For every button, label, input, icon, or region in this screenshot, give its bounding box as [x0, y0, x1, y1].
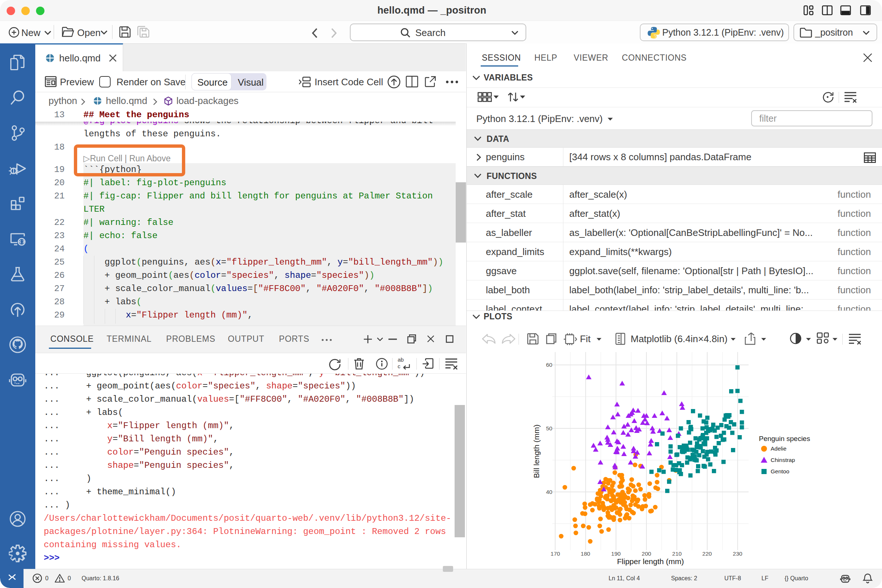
svg-text:Chinstrap: Chinstrap [771, 457, 795, 463]
svg-text:Adelie: Adelie [771, 446, 786, 452]
svg-text:200: 200 [642, 550, 651, 557]
svg-text:190: 190 [611, 550, 621, 557]
svg-text:40: 40 [546, 489, 553, 495]
svg-text:Penguin species: Penguin species [759, 435, 810, 442]
svg-text:Bill length (mm): Bill length (mm) [532, 424, 541, 478]
svg-text:220: 220 [702, 550, 712, 557]
svg-text:Gentoo: Gentoo [771, 468, 789, 474]
svg-text:170: 170 [550, 550, 560, 557]
svg-text:180: 180 [580, 550, 590, 557]
svg-text:60: 60 [546, 362, 553, 368]
svg-text:Flipper length (mm): Flipper length (mm) [617, 557, 684, 566]
svg-text:c: c [398, 363, 400, 369]
svg-text:230: 230 [733, 550, 742, 557]
svg-text:ab: ab [398, 357, 404, 363]
svg-text:210: 210 [672, 550, 682, 557]
svg-text:50: 50 [546, 425, 553, 432]
